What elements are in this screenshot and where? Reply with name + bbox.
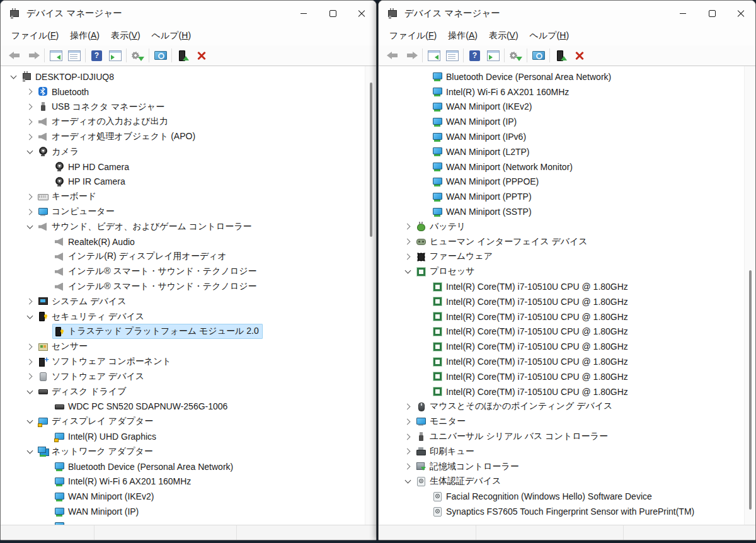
chevron-right-icon[interactable] <box>401 404 414 409</box>
chevron-down-icon[interactable] <box>23 316 36 318</box>
tree-item-content[interactable]: WAN Miniport (IKEv2) <box>430 100 536 114</box>
menu-item[interactable]: ヘルプ(H) <box>524 28 575 44</box>
uninstall-button[interactable] <box>570 47 588 64</box>
chevron-down-icon[interactable] <box>23 391 36 393</box>
forward-button[interactable] <box>24 47 42 64</box>
chevron-right-icon[interactable] <box>23 345 36 349</box>
tree-item-content[interactable]: Intel(R) UHD Graphics <box>52 430 160 444</box>
tree-item-content[interactable]: Intel(R) Core(TM) i7-10510U CPU @ 1.80GH… <box>430 280 632 294</box>
tree-item-content[interactable]: モニター <box>414 414 469 429</box>
chevron-down-icon[interactable] <box>7 76 20 78</box>
tree-item[interactable]: WAN Miniport (IKEv2) <box>379 100 745 115</box>
chevron-down-icon[interactable] <box>401 270 414 273</box>
tree-item[interactable]: Intel(R) Core(TM) i7-10510U CPU @ 1.80GH… <box>379 354 745 369</box>
chevron-right-icon[interactable] <box>23 374 36 379</box>
tree-item[interactable]: WAN Miniport (SSTP) <box>379 204 745 219</box>
tree-item[interactable]: システム デバイス <box>1 294 365 309</box>
chevron-down-icon[interactable] <box>23 151 36 153</box>
chevron-down-icon[interactable] <box>23 420 36 423</box>
tree-item[interactable]: Synaptics FS7605 Touch Fingerprint Senso… <box>379 504 745 519</box>
tree-item[interactable]: Bluetooth Device (Personal Area Network) <box>1 459 365 474</box>
chevron-right-icon[interactable] <box>23 210 36 214</box>
vertical-scrollbar[interactable] <box>744 66 755 525</box>
update-driver-button[interactable] <box>552 47 570 64</box>
tree-item[interactable]: トラステッド プラットフォーム モジュール 2.0 <box>1 324 365 340</box>
tree-item-content[interactable]: キーボード <box>36 189 100 204</box>
tree-item[interactable]: オーディオの入力および出力 <box>1 114 365 129</box>
tree-item[interactable]: ディスク ドライブ <box>1 384 365 399</box>
tree-item-content[interactable]: Intel(R) Core(TM) i7-10510U CPU @ 1.80GH… <box>430 294 632 309</box>
tree-item[interactable]: サウンド、ビデオ、およびゲーム コントローラー <box>1 219 365 234</box>
back-button[interactable] <box>384 47 402 64</box>
titlebar[interactable]: デバイス マネージャー <box>1 1 376 26</box>
tree-item-content[interactable]: Bluetooth Device (Personal Area Network) <box>430 69 615 84</box>
help-button[interactable]: ? <box>88 47 106 64</box>
tree-item[interactable]: 印刷キュー <box>379 444 745 459</box>
tree-item-content[interactable]: WAN Miniport (Network Monitor) <box>430 159 576 174</box>
titlebar[interactable]: デバイス マネージャー <box>379 1 755 26</box>
tree-item-content[interactable]: Intel(R) Wi-Fi 6 AX201 160MHz <box>52 474 195 489</box>
tree-item[interactable]: WDC PC SN520 SDAPNUW-256G-1006 <box>1 399 365 414</box>
tree-item[interactable]: ソフトウェア デバイス <box>1 369 365 384</box>
menu-item[interactable]: ヘルプ(H) <box>146 28 197 44</box>
tree-item[interactable]: センサー <box>1 339 365 354</box>
uninstall-button[interactable] <box>192 47 210 64</box>
tree-item-content[interactable]: 記憶域コントローラー <box>414 459 523 474</box>
tree-item[interactable]: コンピューター <box>1 204 365 219</box>
tree-item[interactable]: WAN Miniport (IPv6) <box>379 129 745 144</box>
tree-item-content[interactable]: ソフトウェア デバイス <box>36 369 148 384</box>
tree-item[interactable]: Intel(R) Wi-Fi 6 AX201 160MHz <box>1 474 365 489</box>
tree-item-content[interactable]: プロセッサ <box>414 264 479 279</box>
properties-button[interactable] <box>65 47 83 64</box>
tree-item[interactable]: USB コネクタ マネージャー <box>1 100 365 115</box>
tree-item[interactable]: インテル® スマート・サウンド・テクノロジー <box>1 279 365 294</box>
tree-item[interactable]: ディスプレイ アダプター <box>1 414 365 429</box>
tree-item-content[interactable]: WAN Miniport (L2TP) <box>430 144 534 159</box>
close-button[interactable] <box>726 1 755 26</box>
tree-item[interactable]: Intel(R) Core(TM) i7-10510U CPU @ 1.80GH… <box>379 324 745 340</box>
tree-item-content[interactable]: ディスク ドライブ <box>36 384 130 399</box>
chevron-right-icon[interactable] <box>401 254 414 259</box>
action-button[interactable] <box>106 47 124 64</box>
tree-item-content[interactable]: WAN Miniport (IP) <box>430 115 520 129</box>
tree-item[interactable]: ファームウェア <box>379 249 745 265</box>
tree-item-content[interactable]: セキュリティ デバイス <box>36 309 148 324</box>
tree-item-content[interactable]: コンピューター <box>36 204 118 219</box>
vertical-scrollbar-thumb[interactable] <box>370 83 372 237</box>
tree-item-content[interactable]: Intel(R) Core(TM) i7-10510U CPU @ 1.80GH… <box>430 340 632 354</box>
tree-item-content[interactable]: インテル(R) ディスプレイ用オーディオ <box>52 249 231 264</box>
console-tree-button[interactable] <box>47 47 65 64</box>
chevron-right-icon[interactable] <box>23 89 36 94</box>
tree-item-content[interactable]: インテル® スマート・サウンド・テクノロジー <box>52 279 260 294</box>
menu-item[interactable]: ファイル(F) <box>384 28 442 44</box>
chevron-right-icon[interactable] <box>401 464 414 469</box>
properties-button[interactable] <box>443 47 461 64</box>
tree-item-content[interactable]: センサー <box>36 339 91 354</box>
tree-item[interactable]: プロセッサ <box>379 264 745 279</box>
chevron-right-icon[interactable] <box>401 224 414 229</box>
update-driver-button[interactable] <box>174 47 192 64</box>
tree-item-content[interactable]: バッテリ <box>414 219 469 234</box>
chevron-right-icon[interactable] <box>23 120 36 124</box>
tree-item[interactable]: カメラ <box>1 144 365 159</box>
menu-item[interactable]: 操作(A) <box>64 28 105 44</box>
tree-item-selected[interactable]: トラステッド プラットフォーム モジュール 2.0 <box>52 324 263 339</box>
tree-item[interactable]: WAN Miniport (PPPOE) <box>379 174 745 190</box>
tree-item-content[interactable]: WDC PC SN520 SDAPNUW-256G-1006 <box>52 399 231 414</box>
chevron-right-icon[interactable] <box>401 449 414 454</box>
menu-item[interactable]: 操作(A) <box>442 28 483 44</box>
action-button[interactable] <box>484 47 502 64</box>
tree-item[interactable]: DESKTOP-IDJIUQ8 <box>1 69 365 84</box>
tree-item-content[interactable]: DESKTOP-IDJIUQ8 <box>20 69 118 84</box>
chevron-right-icon[interactable] <box>23 105 36 109</box>
tree-item[interactable]: WAN Miniport (IP) <box>1 504 365 519</box>
tree-item[interactable]: セキュリティ デバイス <box>1 309 365 324</box>
tree-item[interactable]: Realtek(R) Audio <box>1 234 365 249</box>
tree-item[interactable]: Intel(R) Core(TM) i7-10510U CPU @ 1.80GH… <box>379 369 745 384</box>
tree-item-content[interactable]: WAN Miniport (SSTP) <box>430 205 536 219</box>
tree-item[interactable]: WAN Miniport (L2TP) <box>379 144 745 159</box>
tree-item[interactable]: Intel(R) Core(TM) i7-10510U CPU @ 1.80GH… <box>379 294 745 309</box>
tree-item[interactable]: Bluetooth Device (Personal Area Network) <box>379 69 745 84</box>
tree-item[interactable]: WAN Miniport (IKEv2) <box>1 489 365 504</box>
tree-item[interactable]: Bluetooth <box>1 84 365 100</box>
